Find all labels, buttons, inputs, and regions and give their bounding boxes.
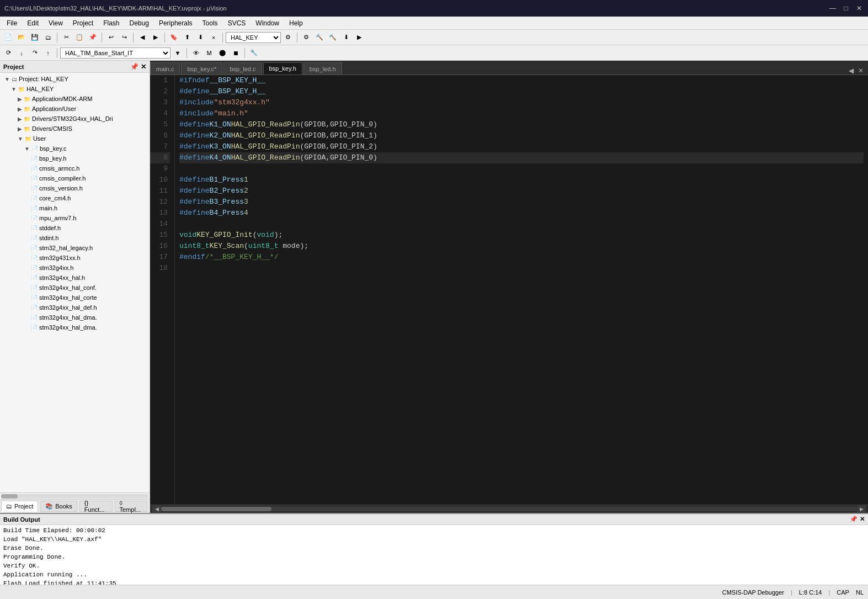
redo-btn[interactable]: ↪ <box>118 31 130 44</box>
tree-stm32g4xx-hal-dma1[interactable]: 📄stm32g4xx_hal_dma. <box>0 312 150 322</box>
translate-btn[interactable]: ⚙ <box>300 31 312 44</box>
scroll-left-btn[interactable]: ◀ <box>152 506 161 512</box>
tree-stm32g4xx-hal-corte[interactable]: 📄stm32g4xx_hal_corte <box>0 293 150 303</box>
prev-bookmark-btn[interactable]: ⬆ <box>181 31 193 44</box>
bottom-tab-books[interactable]: 📚 Books <box>40 501 77 512</box>
horizontal-scrollbar[interactable]: ◀ ▶ <box>150 505 868 513</box>
nav-fwd-btn[interactable]: ▶ <box>150 31 162 44</box>
tab-nav-close[interactable]: ✕ <box>856 67 866 75</box>
menu-svcs[interactable]: SVCS <box>223 18 251 28</box>
watch-btn[interactable]: 👁 <box>190 47 202 59</box>
build-close-btn[interactable]: ✕ <box>860 516 865 523</box>
menu-project[interactable]: Project <box>68 18 98 28</box>
tree-user-folder[interactable]: ▼ 📁 User <box>0 134 150 144</box>
paste-btn[interactable]: 📌 <box>87 31 99 44</box>
cut-btn[interactable]: ✂ <box>60 31 72 44</box>
tree-stm32g4xx-hal-conf[interactable]: 📄stm32g4xx_hal_conf. <box>0 283 150 293</box>
tree-stm32g4xx[interactable]: 📄stm32g4xx.h <box>0 263 150 273</box>
menu-flash[interactable]: Flash <box>99 18 124 28</box>
tree-stm32g431[interactable]: 📄stm32g431xx.h <box>0 253 150 263</box>
tree-stdint[interactable]: 📄stdint.h <box>0 233 150 243</box>
clear-bookmark-btn[interactable]: × <box>207 31 220 44</box>
menu-tools[interactable]: Tools <box>198 18 222 28</box>
menu-file[interactable]: File <box>2 18 22 28</box>
build-pin-btn[interactable]: 📌 <box>850 516 858 523</box>
bottom-tab-project[interactable]: 🗂 Project <box>1 501 38 512</box>
download-btn[interactable]: ⬇ <box>340 31 352 44</box>
tab-bsp-led-c[interactable]: bsp_led.c <box>223 62 262 75</box>
nav-back-btn[interactable]: ◀ <box>136 31 148 44</box>
menu-window[interactable]: Window <box>251 18 284 28</box>
tree-drivers-cmsis[interactable]: ▶ 📁 Drivers/CMSIS <box>0 124 150 134</box>
tree-stddef[interactable]: 📄stddef.h <box>0 223 150 233</box>
code-content[interactable]: #ifndef __BSP_KEY_H__ #define __BSP_KEY_… <box>175 75 868 505</box>
code-line-3: #include "stm32g4xx.h" <box>179 97 864 108</box>
tree-stm32-hal-legacy[interactable]: 📄stm32_hal_legacy.h <box>0 243 150 253</box>
tree-drivers-hal[interactable]: ▶ 📁 Drivers/STM32G4xx_HAL_Dri <box>0 114 150 124</box>
tree-bsp-key-c[interactable]: ▼ 📄 bsp_key.c <box>0 144 150 153</box>
tree-stm32g4xx-hal[interactable]: 📄stm32g4xx_hal.h <box>0 273 150 283</box>
bottom-tab-templ[interactable]: ◊ Templ... <box>115 501 147 512</box>
build-line-2: Load "HAL_KEY\\HAL_KEY.axf" <box>3 535 865 544</box>
tree-main-h[interactable]: 📄main.h <box>0 203 150 213</box>
function-dropdown[interactable]: HAL_TIM_Base_Start_IT <box>60 47 171 59</box>
tab-bsp-led-h[interactable]: bsp_led.h <box>303 62 342 75</box>
dbg-btn[interactable]: ⬤ <box>216 47 228 59</box>
run-btn[interactable]: ▶ <box>353 31 365 44</box>
tree-app-user[interactable]: ▶ 📁 Application/User <box>0 104 150 114</box>
scroll-thumb[interactable] <box>161 507 271 511</box>
tree-stm32g4xx-hal-dma2[interactable]: 📄stm32g4xx_hal_dma. <box>0 322 150 332</box>
save-btn[interactable]: 💾 <box>29 31 41 44</box>
code-editor[interactable]: 1 2 3 4 5 6 7 8 9 10 11 12 13 14 15 16 1… <box>150 75 868 505</box>
status-cursor: L:8 C:14 <box>799 589 822 596</box>
sidebar-tree[interactable]: ▼ 🗂 Project: HAL_KEY ▼ 📁 HAL_KEY ▶ 📁 App… <box>0 73 150 492</box>
menu-peripherals[interactable]: Peripherals <box>155 18 197 28</box>
maximize-button[interactable]: □ <box>842 4 850 13</box>
tree-cmsis-compiler[interactable]: 📄cmsis_compiler.h <box>0 173 150 183</box>
tree-app-mdk[interactable]: ▶ 📁 Application/MDK-ARM <box>0 94 150 104</box>
tree-cmsis-armcc[interactable]: 📄cmsis_armcc.h <box>0 163 150 173</box>
scroll-track[interactable] <box>161 507 857 511</box>
minimize-button[interactable]: — <box>828 4 837 13</box>
stepover-btn[interactable]: ↷ <box>29 47 41 59</box>
undo-btn[interactable]: ↩ <box>105 31 117 44</box>
next-bookmark-btn[interactable]: ⬇ <box>194 31 206 44</box>
target-options-btn[interactable]: ⚙ <box>282 31 294 44</box>
tree-stm32g4xx-hal-def[interactable]: 📄stm32g4xx_hal_def.h <box>0 303 150 312</box>
open-btn[interactable]: 📂 <box>15 31 28 44</box>
tab-nav-left[interactable]: ◀ <box>846 67 856 75</box>
stop-btn[interactable]: ⏹ <box>230 47 242 59</box>
build-btn[interactable]: 🔨 <box>313 31 326 44</box>
sidebar-close-btn[interactable]: ✕ <box>141 63 146 71</box>
save-all-btn[interactable]: 🗂 <box>42 31 54 44</box>
mem-btn[interactable]: M <box>203 47 215 59</box>
menu-debug[interactable]: Debug <box>125 18 153 28</box>
tab-bsp-key-h[interactable]: bsp_key.h <box>263 62 302 75</box>
step-btn[interactable]: ↓ <box>15 47 28 59</box>
project-dropdown[interactable]: HAL_KEY <box>226 32 281 43</box>
func-nav-btn[interactable]: ▼ <box>172 47 184 59</box>
scroll-right-btn[interactable]: ▶ <box>857 506 866 512</box>
tree-mpu-armv7[interactable]: 📄mpu_armv7.h <box>0 213 150 223</box>
tree-cmsis-version[interactable]: 📄cmsis_version.h <box>0 183 150 193</box>
conf-btn[interactable]: 🔧 <box>248 47 260 59</box>
bookmark-btn[interactable]: 🔖 <box>168 31 180 44</box>
menu-help[interactable]: Help <box>285 18 307 28</box>
copy-btn[interactable]: 📋 <box>73 31 86 44</box>
stepout-btn[interactable]: ↑ <box>42 47 54 59</box>
tree-core-cm4[interactable]: 📄core_cm4.h <box>0 193 150 203</box>
reset-btn[interactable]: ⟳ <box>2 47 14 59</box>
menu-edit[interactable]: Edit <box>23 18 43 28</box>
build-output-content[interactable]: Build Time Elapsed: 00:00:02 Load "HAL_K… <box>0 525 868 585</box>
tab-bsp-key-c[interactable]: bsp_key.c* <box>181 62 222 75</box>
bottom-tab-functs[interactable]: {} Funct... <box>79 501 113 512</box>
tree-bsp-key-h[interactable]: 📄bsp_key.h <box>0 153 150 163</box>
close-button[interactable]: ✕ <box>855 4 864 13</box>
rebuild-btn[interactable]: 🔨 <box>327 31 339 44</box>
new-file-btn[interactable]: 📄 <box>2 31 14 44</box>
menu-view[interactable]: View <box>44 18 67 28</box>
tree-hal-key[interactable]: ▼ 📁 HAL_KEY <box>0 84 150 94</box>
tree-project[interactable]: ▼ 🗂 Project: HAL_KEY <box>0 74 150 84</box>
sidebar-pin-btn[interactable]: 📌 <box>130 63 139 71</box>
tab-main-c[interactable]: main.c <box>150 62 180 75</box>
